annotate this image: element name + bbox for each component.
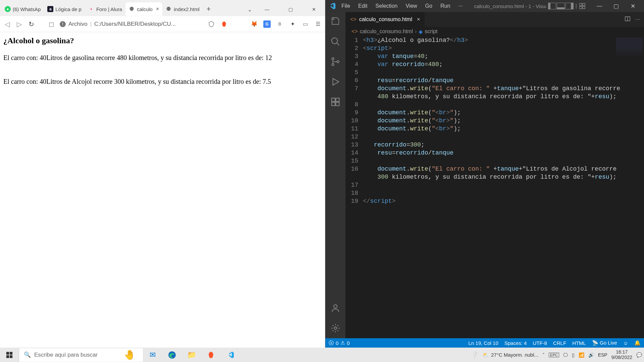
wallet-icon[interactable]: ▭	[302, 20, 309, 28]
app-vscode[interactable]	[221, 348, 240, 362]
menu-view[interactable]: View	[402, 2, 420, 10]
svg-point-7	[337, 61, 339, 63]
code-lines[interactable]: <h3>¿Alcohol o gasolina?</h3><script> va…	[363, 36, 644, 338]
line-gutter: 12345678910111213141516171819	[345, 36, 363, 338]
close-icon[interactable]: ×	[156, 6, 159, 12]
tab-whatsapp[interactable]: ● (6) WhatsAp	[1, 2, 44, 16]
minimize-button[interactable]: —	[259, 3, 275, 16]
eol[interactable]: CRLF	[553, 340, 566, 346]
go-live[interactable]: 📡Go Live	[592, 340, 617, 346]
weather-widget[interactable]: ⛅ 27°C Mayorm. nubl...	[483, 352, 538, 358]
menu-icon[interactable]: ☰	[314, 20, 322, 28]
tray-monitor-icon[interactable]: 🖵	[563, 352, 568, 358]
breadcrumb[interactable]: <> calculo_consumo.html › ◈ script	[345, 27, 644, 36]
tab-label: calculo_consumo.html	[359, 16, 412, 22]
tab-foro[interactable]: • Foro | Alura	[85, 2, 125, 16]
layout-custom-icon[interactable]	[579, 3, 587, 9]
layout-sidebar-icon[interactable]	[548, 3, 556, 9]
svg-rect-17	[6, 355, 9, 358]
bookmark-icon[interactable]: ◻	[48, 20, 55, 28]
tab-logica[interactable]: a Lógica de p	[44, 2, 85, 16]
code-editor[interactable]: 12345678910111213141516171819 <h3>¿Alcoh…	[345, 36, 644, 338]
vscode-menu: File Edit Selection View Go Run ···	[338, 2, 466, 10]
app-brave[interactable]	[201, 348, 221, 362]
menu-run[interactable]: Run	[437, 2, 453, 10]
tray-chevron-icon[interactable]: ˄	[542, 352, 545, 358]
split-editor-icon[interactable]	[625, 16, 631, 23]
app-mail[interactable]: ✉	[143, 348, 162, 362]
address-scheme: Archivo	[68, 21, 88, 27]
minimize-button[interactable]: —	[591, 0, 608, 12]
clock[interactable]: 16:17 9/08/2022	[611, 350, 632, 360]
indentation[interactable]: Spaces: 4	[504, 340, 527, 346]
address-bar[interactable]: ! Archivo | C:/Users/NILBER/Desktop/CU..…	[60, 21, 176, 27]
breadcrumb-symbol: script	[425, 28, 437, 35]
tray-battery-icon[interactable]: ▯	[572, 352, 575, 358]
svg-rect-9	[336, 98, 339, 102]
editor-tab-calculo[interactable]: <> calculo_consumo.html ×	[345, 12, 425, 27]
start-button[interactable]	[0, 348, 19, 362]
feedback-icon[interactable]: ☺	[623, 340, 628, 346]
tab-label: Lógica de p	[55, 6, 82, 12]
account-icon[interactable]	[330, 303, 341, 313]
reload-button[interactable]: ↻	[28, 20, 35, 28]
avatar-b[interactable]: B	[276, 20, 283, 28]
tray-volume-icon[interactable]: 🔊	[588, 352, 594, 358]
run-debug-icon[interactable]	[330, 76, 341, 87]
settings-gear-icon[interactable]	[330, 323, 341, 334]
maximize-button[interactable]: ▢	[608, 0, 625, 12]
input-language[interactable]: ESP	[598, 352, 607, 358]
taskbar-search[interactable]: 🔍 Escribe aquí para buscar 🤚	[19, 348, 143, 362]
extensions-icon[interactable]: ✦	[289, 20, 296, 28]
source-control-icon[interactable]	[330, 56, 341, 67]
menu-go[interactable]: Go	[422, 2, 436, 10]
close-button[interactable]: ✕	[306, 3, 322, 16]
tray-lang-badge[interactable]: EPC	[549, 353, 559, 357]
chevron-down-icon[interactable]: ⌄	[248, 6, 252, 13]
language-mode[interactable]: HTML	[572, 340, 586, 346]
cursor-position[interactable]: Ln 19, Col 10	[469, 340, 498, 346]
translate-icon[interactable]: G	[263, 20, 271, 28]
brave-icon[interactable]	[220, 20, 228, 28]
tab-calculo[interactable]: 🌐︎ calculo ×	[125, 2, 162, 16]
svg-rect-8	[332, 98, 335, 102]
layout-buttons: |	[548, 3, 587, 9]
notifications-icon[interactable]: 💬	[636, 352, 642, 358]
svg-rect-3	[583, 6, 585, 9]
new-tab-button[interactable]: +	[203, 5, 214, 13]
app-file-explorer[interactable]: 📁	[182, 348, 201, 362]
warnings-icon[interactable]: ⚠	[340, 340, 345, 346]
menu-selection[interactable]: Selection	[372, 2, 401, 10]
close-icon[interactable]: ×	[417, 16, 420, 22]
layout-right-icon[interactable]	[566, 3, 574, 9]
close-button[interactable]: ✕	[625, 0, 641, 12]
encoding[interactable]: UTF-8	[533, 340, 547, 346]
browser-viewport: ¿Alcohol o gasolina? El carro con: 40Lit…	[0, 32, 325, 106]
svg-rect-0	[580, 3, 582, 6]
dot-icon: •	[88, 6, 94, 12]
maximize-button[interactable]: ▢	[282, 3, 299, 16]
svg-rect-10	[332, 102, 335, 106]
help-icon[interactable]: ❔	[470, 351, 479, 359]
tray-wifi-icon[interactable]: 📶	[579, 352, 584, 358]
app-edge[interactable]	[162, 348, 182, 362]
explorer-icon[interactable]	[330, 16, 341, 27]
menu-more[interactable]: ···	[455, 2, 466, 10]
warning-count: 0	[347, 340, 350, 346]
status-bar: ⓧ0 ⚠0 Ln 19, Col 10 Spaces: 4 UTF-8 CRLF…	[325, 338, 644, 348]
activity-bar	[325, 12, 345, 338]
metamask-icon[interactable]: 🦊	[251, 20, 258, 28]
errors-icon[interactable]: ⓧ	[329, 340, 334, 346]
minimap[interactable]	[616, 38, 643, 58]
shield-icon[interactable]	[208, 20, 215, 28]
menu-file[interactable]: File	[338, 2, 354, 10]
search-icon[interactable]	[330, 36, 341, 47]
layout-panel-icon[interactable]	[557, 3, 565, 9]
bell-icon[interactable]: 🔔	[634, 340, 641, 346]
back-button[interactable]: ◁	[3, 20, 11, 28]
tab-index2[interactable]: 🌐︎ index2.html	[162, 2, 203, 16]
forward-button[interactable]: ▷	[15, 20, 23, 28]
menu-edit[interactable]: Edit	[355, 2, 371, 10]
extensions-icon[interactable]	[330, 97, 341, 107]
more-actions-icon[interactable]: ···	[635, 16, 640, 23]
